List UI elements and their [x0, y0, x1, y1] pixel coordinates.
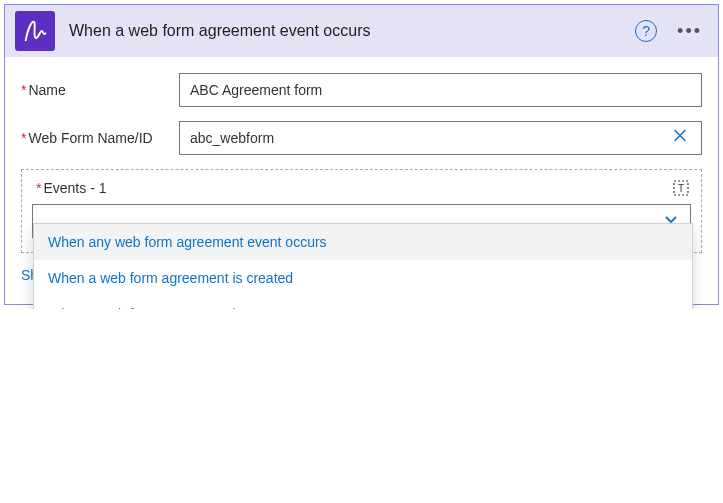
- trigger-card: When a web form agreement event occurs ?…: [4, 4, 719, 305]
- events-dropdown-menu: When any web form agreement event occurs…: [33, 223, 693, 309]
- events-option[interactable]: When any web form agreement event occurs: [34, 224, 692, 260]
- switch-to-array-icon[interactable]: T: [671, 178, 691, 198]
- adobe-sign-icon: [15, 11, 55, 51]
- webform-row: *Web Form Name/ID: [21, 121, 702, 155]
- card-title: When a web form agreement event occurs: [69, 22, 635, 40]
- name-row: *Name: [21, 73, 702, 107]
- clear-icon[interactable]: [664, 124, 696, 153]
- name-label: *Name: [21, 82, 179, 98]
- svg-text:T: T: [678, 183, 684, 194]
- events-option[interactable]: When a web form agreement is created: [34, 260, 692, 296]
- events-label: *Events - 1: [36, 180, 691, 196]
- webform-input[interactable]: [179, 121, 702, 155]
- name-input[interactable]: [179, 73, 702, 107]
- webform-label: *Web Form Name/ID: [21, 130, 179, 146]
- more-menu-icon[interactable]: •••: [671, 17, 708, 46]
- events-option[interactable]: When a web form agreement is sent: [34, 296, 692, 309]
- card-header: When a web form agreement event occurs ?…: [5, 5, 718, 57]
- help-icon[interactable]: ?: [635, 20, 657, 42]
